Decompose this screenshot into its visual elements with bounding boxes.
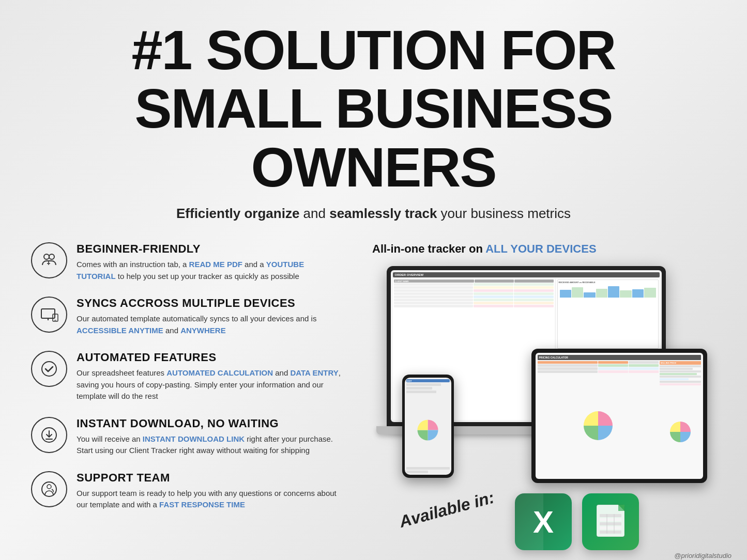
excel-letter: X (533, 504, 554, 540)
feature-support-text: SUPPORT TEAM Our support team is ready t… (77, 471, 341, 511)
read-me-pdf-link: READ ME PDF (189, 260, 242, 269)
google-sheets-icon (582, 493, 639, 550)
feature-support-title: SUPPORT TEAM (77, 471, 341, 485)
feature-download-text: INSTANT DOWNLOAD, NO WAITING You will re… (77, 417, 341, 457)
available-section: Available in: X (371, 493, 707, 550)
feature-syncs-text: SYNCS ACCROSS MULTIPLE DEVICES Our autom… (77, 297, 341, 336)
device-mockup-area: ORDER OVERVIEW CLIENT NAME (371, 266, 707, 483)
feature-automated: AUTOMATED FEATURES Our spreadsheet featu… (31, 351, 341, 402)
feature-syncs: SYNCS ACCROSS MULTIPLE DEVICES Our autom… (31, 297, 341, 336)
svg-point-1 (49, 254, 54, 259)
feature-download-title: INSTANT DOWNLOAD, NO WAITING (77, 417, 341, 430)
anywhere-link: ANYWHERE (180, 326, 226, 335)
syncs-icon (31, 297, 67, 333)
feature-beginner-title: BEGINNER-FRIENDLY (77, 242, 341, 256)
automated-icon (31, 351, 67, 387)
download-link: INSTANT DOWNLOAD LINK (143, 434, 245, 443)
devices-title-highlight: ALL YOUR DEVICES (485, 242, 596, 255)
subtitle: Efficiently organize and seamlessly trac… (31, 206, 716, 222)
devices-column: All-in-one tracker on ALL YOUR DEVICES O… (362, 242, 716, 550)
phone-content: EDIT (405, 378, 451, 475)
svg-rect-16 (600, 526, 621, 530)
feature-automated-title: AUTOMATED FEATURES (77, 351, 341, 364)
tablet-screen: PRICING CALCULATOR (536, 353, 703, 479)
svg-rect-13 (600, 514, 621, 517)
feature-automated-text: AUTOMATED FEATURES Our spreadsheet featu… (77, 351, 341, 402)
tablet-content: PRICING CALCULATOR (536, 353, 703, 479)
feature-beginner-text: BEGINNER-FRIENDLY Comes with an instruct… (77, 242, 341, 282)
feature-beginner-desc: Comes with an instruction tab, a READ ME… (77, 259, 341, 282)
devices-title-before: All-in-one tracker on (372, 242, 485, 255)
download-icon (31, 417, 67, 453)
header-section: #1 SOLUTION FOR SMALL BUSINESS OWNERS Ef… (31, 21, 716, 222)
tablet-mockup: PRICING CALCULATOR (531, 349, 707, 483)
available-text: Available in: (397, 488, 496, 532)
excel-icon: X (515, 493, 572, 550)
beginner-friendly-icon (31, 242, 67, 278)
svg-rect-14 (600, 518, 621, 521)
content-row: BEGINNER-FRIENDLY Comes with an instruct… (31, 242, 716, 550)
feature-syncs-desc: Our automated template automatically syn… (77, 313, 341, 336)
svg-point-4 (42, 362, 56, 376)
svg-point-0 (44, 254, 49, 259)
feature-syncs-title: SYNCS ACCROSS MULTIPLE DEVICES (77, 297, 341, 310)
main-title: #1 SOLUTION FOR SMALL BUSINESS OWNERS (31, 21, 716, 196)
feature-automated-desc: Our spreadsheet features AUTOMATED CALCU… (77, 367, 341, 402)
support-icon (31, 471, 67, 507)
subtitle-part2: seamlessly track (329, 206, 437, 221)
main-container: #1 SOLUTION FOR SMALL BUSINESS OWNERS Ef… (0, 0, 747, 560)
data-entry-link: DATA ENTRY (290, 368, 338, 377)
devices-title: All-in-one tracker on ALL YOUR DEVICES (372, 242, 597, 256)
feature-download: INSTANT DOWNLOAD, NO WAITING You will re… (31, 417, 341, 457)
feature-download-desc: You will receive an INSTANT DOWNLOAD LIN… (77, 433, 341, 457)
phone-screen: EDIT (405, 378, 451, 475)
auto-calc-link: AUTOMATED CALCULATION (166, 368, 273, 377)
subtitle-end: your business metrics (437, 206, 571, 221)
svg-rect-17 (600, 531, 621, 534)
fast-response-link: FAST RESPONSE TIME (159, 500, 245, 509)
feature-beginner-friendly: BEGINNER-FRIENDLY Comes with an instruct… (31, 242, 341, 282)
feature-support: SUPPORT TEAM Our support team is ready t… (31, 471, 341, 511)
svg-rect-15 (600, 522, 621, 525)
svg-point-6 (42, 482, 56, 496)
phone-mockup: EDIT (402, 375, 454, 478)
footer-watermark: @prioridigitalstudio (674, 552, 731, 559)
app-icons-row: X (515, 493, 639, 550)
subtitle-and: and (299, 206, 329, 221)
accessible-anytime-link: ACCESSIBLE ANYTIME (77, 326, 163, 335)
features-column: BEGINNER-FRIENDLY Comes with an instruct… (31, 242, 341, 550)
svg-point-7 (47, 485, 51, 489)
feature-support-desc: Our support team is ready to help you wi… (77, 488, 341, 511)
subtitle-part1: Efficiently organize (176, 206, 299, 221)
